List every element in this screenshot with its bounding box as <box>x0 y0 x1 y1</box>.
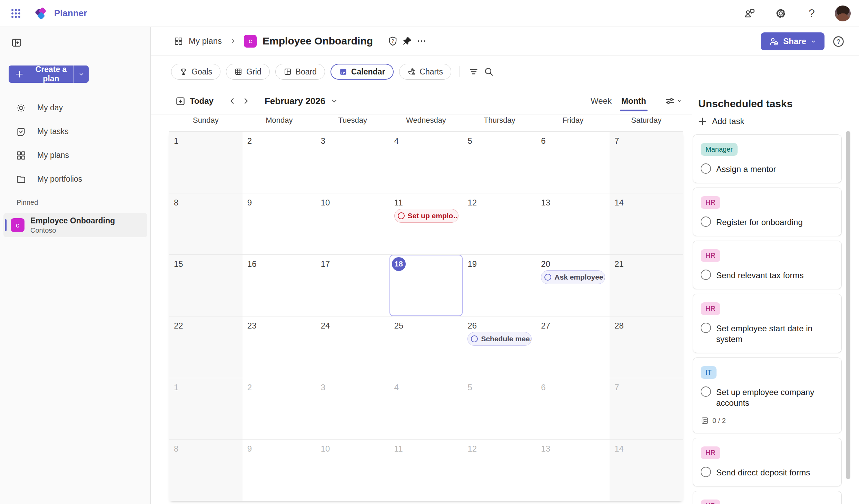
calendar-cell[interactable]: 6 <box>536 131 610 193</box>
add-task-button[interactable]: Add task <box>698 117 744 126</box>
sidebar-item-my-plans[interactable]: My plans <box>0 143 151 167</box>
task-card[interactable]: HRRegister for onboarding <box>693 188 842 236</box>
calendar-cell[interactable]: 12 <box>463 439 536 501</box>
calendar-cell[interactable]: 5 <box>463 378 536 440</box>
calendar-cell[interactable]: 8 <box>169 193 243 255</box>
calendar-cell[interactable]: 1 <box>169 131 243 193</box>
calendar-cell[interactable]: 5 <box>463 131 536 193</box>
app-brand[interactable]: Planner <box>34 6 87 21</box>
task-status-circle-icon[interactable] <box>701 323 711 333</box>
calendar-options-icon[interactable] <box>665 96 682 106</box>
next-month-icon[interactable] <box>239 94 253 108</box>
calendar-cell[interactable]: 11 <box>389 439 463 501</box>
help-icon[interactable]: ? <box>804 6 820 21</box>
calendar-event[interactable]: Ask employee… <box>541 270 605 284</box>
plan-tile: c <box>244 35 257 48</box>
calendar-cell[interactable]: 14 <box>610 193 683 255</box>
task-row: Send relevant tax forms <box>701 270 834 281</box>
tab-board[interactable]: Board <box>275 64 325 80</box>
today-button[interactable]: Today <box>175 96 214 106</box>
filter-icon[interactable] <box>466 64 481 79</box>
calendar-cell[interactable]: 28 <box>610 316 683 378</box>
waffle-icon[interactable] <box>8 6 23 21</box>
task-card[interactable]: ManagerAssign a mentor <box>693 134 842 183</box>
task-status-circle-icon[interactable] <box>701 163 711 174</box>
date-number: 11 <box>394 198 403 208</box>
tab-month-view[interactable]: Month <box>616 93 651 109</box>
calendar-cell[interactable]: 13 <box>536 439 610 501</box>
task-row: Set up employee company accounts <box>701 386 834 408</box>
today-label: Today <box>190 96 214 106</box>
calendar-cell[interactable]: 17 <box>316 254 389 316</box>
calendar-cell[interactable]: 14 <box>610 439 683 501</box>
calendar-cell[interactable]: 25 <box>389 316 463 378</box>
task-card[interactable]: HRSend direct deposit forms <box>693 438 842 486</box>
calendar-cell[interactable]: 4 <box>389 378 463 440</box>
calendar-cell[interactable]: 1 <box>169 378 243 440</box>
calendar-cell[interactable]: 26Schedule mee… <box>463 316 536 378</box>
feedback-icon[interactable] <box>742 6 758 21</box>
calendar-cell[interactable]: 3 <box>316 131 389 193</box>
calendar-event[interactable]: Schedule mee… <box>467 332 532 346</box>
calendar-cell[interactable]: 9 <box>243 193 316 255</box>
tab-goals[interactable]: Goals <box>171 64 220 80</box>
calendar-cell[interactable]: 15 <box>169 254 243 316</box>
calendar-cell[interactable]: 18 <box>389 254 463 316</box>
tab-week-view[interactable]: Week <box>586 93 616 109</box>
calendar-cell[interactable]: 10 <box>316 439 389 501</box>
breadcrumb-my-plans[interactable]: My plans <box>174 36 222 46</box>
search-icon[interactable] <box>481 64 496 79</box>
calendar-cell[interactable]: 23 <box>243 316 316 378</box>
calendar-cell[interactable]: 9 <box>243 439 316 501</box>
sidebar-item-my-tasks[interactable]: My tasks <box>0 120 151 143</box>
calendar-cell[interactable]: 2 <box>243 131 316 193</box>
gear-icon[interactable] <box>773 6 789 21</box>
task-status-circle-icon[interactable] <box>701 386 711 397</box>
sidebar-item-my-day[interactable]: My day <box>0 96 151 120</box>
tab-charts[interactable]: Charts <box>399 64 451 80</box>
collapse-sidebar-icon[interactable] <box>10 37 23 49</box>
calendar-cell[interactable]: 11Set up emplo… <box>389 193 463 255</box>
period-picker[interactable]: February 2026 <box>265 96 338 107</box>
calendar-cell[interactable]: 13 <box>536 193 610 255</box>
more-icon[interactable] <box>414 34 429 48</box>
calendar-cell[interactable]: 3 <box>316 378 389 440</box>
calendar-cell[interactable]: 8 <box>169 439 243 501</box>
task-card[interactable]: ITSet up employee company accounts0 / 2 <box>693 357 842 433</box>
task-status-circle-icon[interactable] <box>701 467 711 477</box>
create-plan-dropdown[interactable] <box>73 65 89 83</box>
calendar-cell[interactable]: 16 <box>243 254 316 316</box>
create-plan-button[interactable]: Create a plan <box>9 65 89 83</box>
task-card[interactable]: HRSend relevant tax forms <box>693 241 842 289</box>
task-card[interactable]: HRSet employee start date in system <box>693 294 842 353</box>
tab-calendar[interactable]: Calendar <box>330 64 394 80</box>
calendar-cell[interactable]: 7 <box>610 131 683 193</box>
calendar-cell[interactable]: 2 <box>243 378 316 440</box>
calendar-cell[interactable]: 12 <box>463 193 536 255</box>
calendar-cell[interactable]: 10 <box>316 193 389 255</box>
calendar-cell[interactable]: 24 <box>316 316 389 378</box>
help-circle-icon[interactable]: ? <box>831 34 845 48</box>
task-status-circle-icon[interactable] <box>701 216 711 227</box>
scrollbar[interactable] <box>846 131 850 479</box>
task-card[interactable]: HR <box>693 491 842 504</box>
avatar[interactable] <box>835 6 851 21</box>
calendar-cell[interactable]: 20Ask employee… <box>536 254 610 316</box>
calendar-cell[interactable]: 6 <box>536 378 610 440</box>
calendar-cell[interactable]: 7 <box>610 378 683 440</box>
shield-question-icon[interactable]: ? <box>385 34 400 48</box>
calendar-cell[interactable]: 22 <box>169 316 243 378</box>
sidebar-item-my-portfolios[interactable]: My portfolios <box>0 167 151 191</box>
calendar-cell[interactable]: 21 <box>610 254 683 316</box>
sidebar-item-employee-onboarding[interactable]: c Employee Onboarding Contoso <box>3 213 147 237</box>
calendar-cell[interactable]: 4 <box>389 131 463 193</box>
calendar-event[interactable]: Set up emplo… <box>394 209 458 223</box>
pin-icon[interactable] <box>400 34 414 48</box>
tab-grid[interactable]: Grid <box>226 64 269 80</box>
calendar-cell[interactable]: 27 <box>536 316 610 378</box>
share-button[interactable]: Share <box>761 32 825 50</box>
task-status-circle-icon[interactable] <box>701 270 711 280</box>
prev-month-icon[interactable] <box>225 94 239 108</box>
share-label: Share <box>783 37 806 46</box>
calendar-cell[interactable]: 19 <box>463 254 536 316</box>
